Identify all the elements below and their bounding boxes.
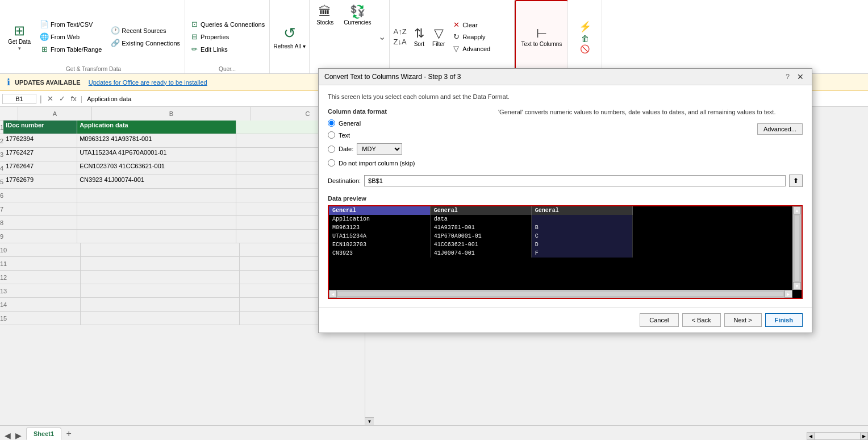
queries-icon: ⊡ bbox=[190, 20, 199, 29]
radio-text[interactable]: Text bbox=[328, 131, 487, 139]
properties-button[interactable]: ⊟ Properties bbox=[187, 31, 267, 43]
sort-za-button[interactable]: Z↓A bbox=[392, 37, 408, 47]
advanced-button[interactable]: Advanced... bbox=[757, 123, 803, 135]
cell-b4[interactable]: ECN1023703 41CC63621-001 bbox=[77, 161, 236, 175]
sheet-tab-sheet1[interactable]: Sheet1 bbox=[26, 427, 61, 440]
recent-sources-button[interactable]: 🕐 Recent Sources bbox=[108, 25, 182, 36]
formula-cancel-button[interactable]: ✕ bbox=[45, 94, 55, 103]
sort-filter-group: A↑Z Z↓A ⇅ Sort ▽ Filter ✕ Clear ↻ Reappl… bbox=[390, 0, 515, 73]
currencies-icon: 💱 bbox=[350, 5, 365, 19]
tab-nav-right[interactable]: ▶ bbox=[13, 431, 24, 440]
radio-text-input[interactable] bbox=[328, 131, 335, 139]
dialog-footer: Cancel < Back Next > Finish bbox=[319, 307, 812, 333]
cell-a5[interactable]: 17762679 bbox=[3, 175, 77, 189]
sort-icon: ⇅ bbox=[414, 26, 424, 41]
get-transform-group: ⊞ Get Data ▾ 📄 From Text/CSV 🌐 From Web … bbox=[2, 0, 185, 73]
edit-links-button[interactable]: ✏ Edit Links bbox=[187, 44, 267, 55]
get-transform-label: Get & Transform Data bbox=[2, 66, 185, 72]
col-header-a[interactable]: A bbox=[18, 107, 92, 121]
refresh-group: ↺ Refresh All ▾ bbox=[270, 0, 310, 73]
stocks-button[interactable]: 🏛 Stocks bbox=[312, 2, 338, 71]
clear-button[interactable]: ✕ Clear bbox=[449, 19, 493, 31]
radio-general[interactable]: General bbox=[328, 119, 487, 127]
cell-a4[interactable]: 17762647 bbox=[3, 161, 77, 175]
preview-table: General General General Application data bbox=[329, 206, 802, 258]
col-header-b[interactable]: B bbox=[92, 107, 251, 121]
cell-a1[interactable]: IDoc number bbox=[3, 121, 77, 134]
cancel-button[interactable]: Cancel bbox=[640, 313, 678, 327]
cell-b1[interactable]: Application data bbox=[77, 121, 236, 134]
preview-h-scrollbar[interactable]: ◀ ▶ bbox=[329, 290, 792, 298]
preview-col-1[interactable]: General bbox=[329, 206, 430, 215]
preview-row: Application data bbox=[329, 215, 802, 223]
flash-fill-icon[interactable]: ⚡ bbox=[579, 20, 591, 33]
data-preview[interactable]: General General General Application data bbox=[328, 205, 803, 299]
radio-date[interactable]: Date: bbox=[328, 146, 353, 153]
get-data-button[interactable]: ⊞ Get Data ▾ bbox=[5, 2, 34, 71]
table-row: 15 bbox=[0, 312, 365, 325]
dialog-title-bar: Convert Text to Columns Wizard - Step 3 … bbox=[319, 69, 812, 85]
date-format-select[interactable]: MDY DMY YMD MYD DYM YDM bbox=[357, 143, 402, 155]
scroll-up-btn[interactable]: ▲ bbox=[793, 206, 801, 214]
convert-text-wizard-dialog[interactable]: Convert Text to Columns Wizard - Step 3 … bbox=[318, 68, 812, 333]
queries-connections-button[interactable]: ⊡ Queries & Connections bbox=[187, 19, 267, 30]
cell-reference-input[interactable] bbox=[2, 94, 36, 104]
scroll-left-btn[interactable]: ◀ bbox=[329, 290, 337, 298]
scroll-right-btn[interactable]: ▶ bbox=[784, 290, 792, 298]
from-web-button[interactable]: 🌐 From Web bbox=[37, 31, 104, 43]
add-sheet-button[interactable]: + bbox=[62, 427, 75, 440]
currencies-label: Currencies bbox=[344, 19, 371, 26]
radio-skip-label: Do not import column (skip) bbox=[339, 160, 415, 167]
currencies-button[interactable]: 💱 Currencies bbox=[339, 2, 375, 71]
formula-function-button[interactable]: fx bbox=[69, 94, 78, 103]
cell-a2[interactable]: 17762394 bbox=[3, 134, 77, 148]
edit-links-icon: ✏ bbox=[190, 45, 199, 54]
expand-icon[interactable]: ⌄ bbox=[378, 31, 386, 42]
radio-skip[interactable]: Do not import column (skip) bbox=[328, 159, 487, 167]
data-validation-icon[interactable]: 🚫 bbox=[580, 44, 590, 53]
connections-icon: 🔗 bbox=[111, 39, 120, 48]
radio-general-input[interactable] bbox=[328, 119, 335, 127]
destination-picker-button[interactable]: ⬆ bbox=[789, 175, 803, 187]
reapply-button[interactable]: ↻ Reapply bbox=[449, 31, 493, 43]
stocks-currencies-group: 🏛 Stocks 💱 Currencies ⌄ bbox=[310, 0, 389, 73]
radio-skip-input[interactable] bbox=[328, 159, 335, 167]
cell-b5[interactable]: CN3923 41J00074-001 bbox=[77, 175, 236, 189]
cell-b2[interactable]: M0963123 41A93781-001 bbox=[77, 134, 236, 148]
existing-connections-button[interactable]: 🔗 Existing Connections bbox=[108, 38, 182, 49]
refresh-label[interactable]: Refresh All ▾ bbox=[274, 43, 306, 49]
preview-row: UTA115234A 41P670A0001-01 C bbox=[329, 232, 802, 240]
back-button[interactable]: < Back bbox=[682, 313, 721, 327]
sort-label: Sort bbox=[414, 41, 424, 47]
radio-date-input[interactable] bbox=[328, 146, 335, 153]
dialog-help-button[interactable]: ? bbox=[783, 72, 792, 81]
cell-a3[interactable]: 17762427 bbox=[3, 148, 77, 161]
finish-button[interactable]: Finish bbox=[765, 313, 803, 327]
radio-group: General Text Date: MDY bbox=[328, 119, 487, 167]
formula-confirm-button[interactable]: ✓ bbox=[57, 94, 67, 103]
scroll-down-btn[interactable]: ▼ bbox=[793, 282, 801, 290]
cell-b3[interactable]: UTA115234A 41P670A0001-01 bbox=[77, 148, 236, 161]
from-text-csv-button[interactable]: 📄 From Text/CSV bbox=[37, 19, 104, 30]
filter-button[interactable]: ▽ Filter bbox=[429, 2, 448, 71]
sort-button[interactable]: ⇅ Sort bbox=[411, 2, 428, 71]
from-table-range-button[interactable]: ⊞ From Table/Range bbox=[37, 44, 104, 55]
queries-label: Quer... bbox=[185, 66, 269, 72]
remove-dup-icon[interactable]: 🗑 bbox=[581, 34, 589, 43]
stocks-icon: 🏛 bbox=[319, 5, 331, 19]
dialog-close-button[interactable]: ✕ bbox=[795, 72, 806, 81]
csv-icon: 📄 bbox=[40, 20, 49, 29]
preview-col-3[interactable]: General bbox=[531, 206, 632, 215]
advanced-filter-button[interactable]: ▽ Advanced bbox=[449, 43, 493, 55]
preview-col-2[interactable]: General bbox=[430, 206, 531, 215]
destination-input[interactable] bbox=[364, 175, 786, 186]
text-to-columns-button[interactable]: ⊢ Text to Columns bbox=[518, 24, 566, 50]
tab-nav-left[interactable]: ◀ bbox=[2, 431, 13, 440]
sort-az-button[interactable]: A↑Z bbox=[392, 27, 408, 36]
next-button[interactable]: Next > bbox=[724, 313, 762, 327]
preview-v-scrollbar[interactable]: ▲ ▼ bbox=[792, 206, 802, 290]
radio-general-label: General bbox=[339, 120, 361, 127]
dialog-description: This screen lets you select each column … bbox=[328, 93, 803, 100]
notification-link[interactable]: Updates for Office are ready to be insta… bbox=[89, 79, 207, 86]
horizontal-scrollbar[interactable]: ◀ ▶ bbox=[807, 432, 868, 440]
